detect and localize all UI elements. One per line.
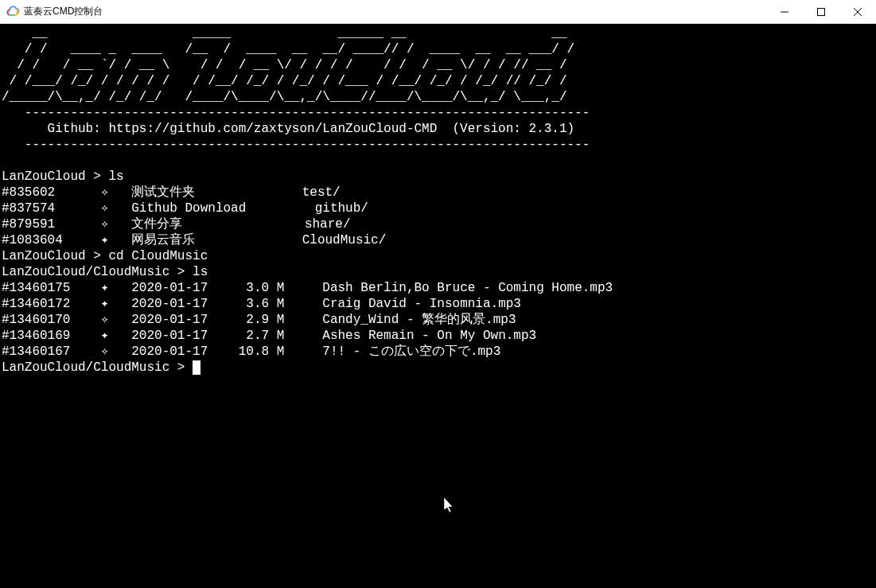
svg-rect-1 [818,8,825,15]
terminal[interactable]: __ _____ ______ __ __ / / ____ _ ____ /_… [0,24,876,588]
minimize-button[interactable] [766,0,803,23]
prompt-line-2: LanZouCloud > cd CloudMusic [2,248,876,264]
file-row: #13460167 ✧ 2020-01-17 10.8 M 7!! - この広い… [2,344,876,360]
close-button[interactable] [839,0,876,23]
banner-info: Github: https://github.com/zaxtyson/LanZ… [2,121,876,137]
folder-row: #835602 ✧ 测试文件夹 test/ [2,185,876,201]
banner-separator-bottom: ----------------------------------------… [2,137,876,153]
folder-row: #879591 ✧ 文件分享 share/ [2,216,876,232]
folder-row: #1083604 ✦ 网易云音乐 CloudMusic/ [2,232,876,248]
terminal-cursor [193,360,201,375]
prompt-line-3: LanZouCloud/CloudMusic > ls [2,264,876,280]
app-cloud-icon [6,6,19,18]
prompt-line-4: LanZouCloud/CloudMusic > [2,360,876,376]
window-controls [766,0,876,23]
banner-separator-top: ----------------------------------------… [2,105,876,121]
prompt-1: LanZouCloud > [2,169,108,184]
window-title: 蓝奏云CMD控制台 [24,5,766,18]
file-row: #13460175 ✦ 2020-01-17 3.0 M Dash Berlin… [2,280,876,296]
command-3: ls [193,265,208,279]
prompt-3: LanZouCloud/CloudMusic > [2,265,193,279]
prompt-2: LanZouCloud > [2,249,108,263]
command-1: ls [108,169,123,184]
command-2: cd CloudMusic [108,249,208,263]
mouse-cursor-icon [444,497,457,515]
folder-listing: #835602 ✧ 测试文件夹 test/#837574 ✧ Github Do… [2,185,876,248]
ascii-banner: __ _____ ______ __ __ / / ____ _ ____ /_… [2,25,876,105]
file-row: #13460170 ✧ 2020-01-17 2.9 M Candy_Wind … [2,312,876,328]
folder-row: #837574 ✧ Github Download github/ [2,201,876,216]
maximize-button[interactable] [803,0,839,23]
file-row: #13460169 ✦ 2020-01-17 2.7 M Ashes Remai… [2,328,876,344]
prompt-line-1: LanZouCloud > ls [2,169,876,185]
titlebar: 蓝奏云CMD控制台 [0,0,876,24]
file-row: #13460172 ✦ 2020-01-17 3.6 M Craig David… [2,296,876,312]
prompt-4: LanZouCloud/CloudMusic > [2,360,193,375]
file-listing: #13460175 ✦ 2020-01-17 3.0 M Dash Berlin… [2,280,876,360]
